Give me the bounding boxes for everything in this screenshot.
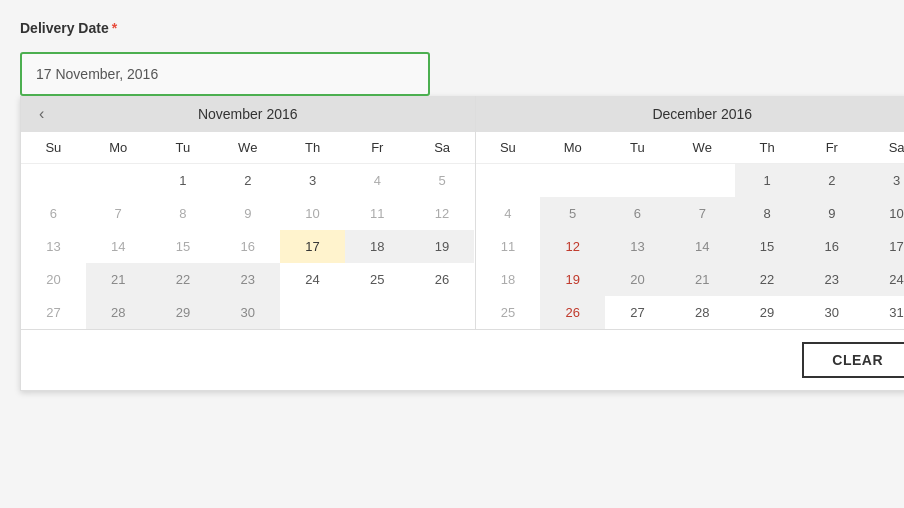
calendar-day[interactable]: 25 bbox=[476, 296, 541, 329]
calendar-day[interactable]: 6 bbox=[21, 197, 86, 230]
calendar-day[interactable]: 11 bbox=[476, 230, 541, 263]
calendar-day[interactable]: 17 bbox=[280, 230, 345, 263]
calendar-day[interactable]: 9 bbox=[215, 197, 280, 230]
calendar-day[interactable]: 13 bbox=[21, 230, 86, 263]
calendar-day[interactable]: 5 bbox=[410, 164, 475, 197]
next-month-button[interactable]: › bbox=[898, 105, 904, 123]
calendar-day[interactable]: 30 bbox=[799, 296, 864, 329]
calendar-day[interactable]: 7 bbox=[86, 197, 151, 230]
calendar-day[interactable]: 27 bbox=[21, 296, 86, 329]
calendar-day[interactable]: 28 bbox=[670, 296, 735, 329]
calendar-day[interactable]: 5 bbox=[540, 197, 605, 230]
weekday-label: Sa bbox=[410, 132, 475, 163]
weekday-label: We bbox=[215, 132, 280, 163]
weekday-label: Mo bbox=[540, 132, 605, 163]
calendar-day[interactable]: 20 bbox=[605, 263, 670, 296]
calendar-day[interactable]: 1 bbox=[735, 164, 800, 197]
calendar-day[interactable]: 7 bbox=[670, 197, 735, 230]
weekday-label: Tu bbox=[605, 132, 670, 163]
calendar-day[interactable]: 17 bbox=[864, 230, 904, 263]
calendar-day[interactable]: 10 bbox=[864, 197, 904, 230]
weekday-label: Sa bbox=[864, 132, 904, 163]
calendar-day[interactable]: 19 bbox=[410, 230, 475, 263]
calendar-day[interactable]: 23 bbox=[215, 263, 280, 296]
calendar-day[interactable]: 2 bbox=[215, 164, 280, 197]
calendar-day[interactable]: 16 bbox=[799, 230, 864, 263]
calendar-day[interactable]: 26 bbox=[540, 296, 605, 329]
calendar-day bbox=[21, 164, 86, 197]
calendars-row: ‹ November 2016 SuMoTuWeThFrSa 123456789… bbox=[21, 96, 904, 329]
calendar-day[interactable]: 2 bbox=[799, 164, 864, 197]
clear-button[interactable]: CLEAR bbox=[802, 342, 904, 378]
calendar-day[interactable]: 10 bbox=[280, 197, 345, 230]
calendar-day[interactable]: 22 bbox=[151, 263, 216, 296]
calendar-day bbox=[280, 296, 345, 329]
calendar-day[interactable]: 24 bbox=[280, 263, 345, 296]
calendar-day[interactable]: 22 bbox=[735, 263, 800, 296]
calendar-day[interactable]: 4 bbox=[345, 164, 410, 197]
calendar-day[interactable]: 15 bbox=[151, 230, 216, 263]
weekday-label: Th bbox=[280, 132, 345, 163]
december-calendar: December 2016 › SuMoTuWeThFrSa 123456789… bbox=[476, 96, 905, 329]
calendar-day[interactable]: 15 bbox=[735, 230, 800, 263]
calendar-container: ‹ November 2016 SuMoTuWeThFrSa 123456789… bbox=[20, 96, 904, 391]
calendar-day[interactable]: 13 bbox=[605, 230, 670, 263]
weekday-label: Mo bbox=[86, 132, 151, 163]
calendar-day[interactable]: 30 bbox=[215, 296, 280, 329]
calendar-day bbox=[540, 164, 605, 197]
november-days: 1234567891011121314151617181920212223242… bbox=[21, 164, 475, 329]
calendar-day[interactable]: 21 bbox=[86, 263, 151, 296]
delivery-date-label: Delivery Date* bbox=[20, 20, 884, 36]
calendar-day[interactable]: 24 bbox=[864, 263, 904, 296]
delivery-date-input[interactable]: 17 November, 2016 bbox=[20, 52, 430, 96]
december-header: December 2016 › bbox=[476, 96, 905, 132]
prev-month-button[interactable]: ‹ bbox=[31, 105, 52, 123]
calendar-day bbox=[345, 296, 410, 329]
calendar-day bbox=[476, 164, 541, 197]
calendar-day[interactable]: 8 bbox=[735, 197, 800, 230]
november-calendar: ‹ November 2016 SuMoTuWeThFrSa 123456789… bbox=[21, 96, 475, 329]
calendar-day[interactable]: 3 bbox=[280, 164, 345, 197]
december-weekdays: SuMoTuWeThFrSa bbox=[476, 132, 905, 164]
weekday-label: We bbox=[670, 132, 735, 163]
calendar-day[interactable]: 9 bbox=[799, 197, 864, 230]
weekday-label: Fr bbox=[799, 132, 864, 163]
calendar-day[interactable]: 4 bbox=[476, 197, 541, 230]
calendar-day[interactable]: 8 bbox=[151, 197, 216, 230]
calendar-day[interactable]: 20 bbox=[21, 263, 86, 296]
weekday-label: Tu bbox=[151, 132, 216, 163]
calendar-day[interactable]: 6 bbox=[605, 197, 670, 230]
calendar-day bbox=[86, 164, 151, 197]
calendar-day[interactable]: 27 bbox=[605, 296, 670, 329]
calendar-day[interactable]: 16 bbox=[215, 230, 280, 263]
weekday-label: Fr bbox=[345, 132, 410, 163]
calendar-day[interactable]: 12 bbox=[410, 197, 475, 230]
calendar-day[interactable]: 25 bbox=[345, 263, 410, 296]
december-title: December 2016 bbox=[652, 106, 752, 122]
calendar-day[interactable]: 18 bbox=[345, 230, 410, 263]
calendar-day[interactable]: 29 bbox=[735, 296, 800, 329]
required-mark: * bbox=[112, 20, 117, 36]
calendar-day[interactable]: 11 bbox=[345, 197, 410, 230]
calendar-day[interactable]: 3 bbox=[864, 164, 904, 197]
calendar-day[interactable]: 18 bbox=[476, 263, 541, 296]
calendar-day bbox=[605, 164, 670, 197]
calendar-day[interactable]: 31 bbox=[864, 296, 904, 329]
calendar-day[interactable]: 21 bbox=[670, 263, 735, 296]
december-days: 1234567891011121314151617181920212223242… bbox=[476, 164, 905, 329]
calendar-day[interactable]: 1 bbox=[151, 164, 216, 197]
footer-bar: CLEAR bbox=[21, 329, 904, 390]
weekday-label: Su bbox=[476, 132, 541, 163]
calendar-day bbox=[410, 296, 475, 329]
calendar-day[interactable]: 12 bbox=[540, 230, 605, 263]
calendar-day[interactable]: 14 bbox=[670, 230, 735, 263]
calendar-day[interactable]: 14 bbox=[86, 230, 151, 263]
label-text: Delivery Date bbox=[20, 20, 109, 36]
calendar-day[interactable]: 29 bbox=[151, 296, 216, 329]
calendar-day[interactable]: 19 bbox=[540, 263, 605, 296]
calendar-day bbox=[670, 164, 735, 197]
calendar-day[interactable]: 26 bbox=[410, 263, 475, 296]
november-header: ‹ November 2016 bbox=[21, 96, 475, 132]
calendar-day[interactable]: 23 bbox=[799, 263, 864, 296]
calendar-day[interactable]: 28 bbox=[86, 296, 151, 329]
